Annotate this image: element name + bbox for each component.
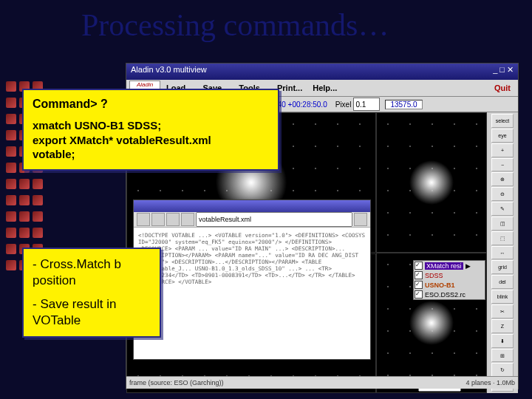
- tool-blink[interactable]: blink: [491, 290, 514, 304]
- tool-crop-icon[interactable]: ✂: [491, 304, 514, 318]
- layer-label: USNO-B1: [425, 282, 455, 289]
- tool-dist[interactable]: ↔: [491, 246, 514, 260]
- command-callout: Command> ? xmatch USNO-B1 SDSS; export X…: [22, 89, 279, 171]
- tool-target[interactable]: ⊕: [491, 172, 514, 186]
- layer-label: ESO.DSS2.rc: [425, 291, 466, 299]
- tool-plus[interactable]: +: [491, 143, 514, 157]
- desc-line: - Cross.Match b: [33, 256, 151, 273]
- tool-multi[interactable]: ⊞: [491, 349, 514, 363]
- layer-checkbox[interactable]: [415, 290, 423, 299]
- forward-icon[interactable]: [151, 213, 165, 226]
- desc-line: position: [33, 273, 151, 289]
- layer-row[interactable]: USNO-B1: [414, 280, 485, 290]
- tool-del[interactable]: del: [491, 275, 514, 289]
- layer-checkbox[interactable]: [415, 271, 423, 279]
- layer-row[interactable]: XMatch resi ▶: [414, 261, 485, 270]
- layer-row[interactable]: ESO.DSS2.rc: [414, 290, 485, 299]
- tool-grid[interactable]: grid: [491, 260, 514, 274]
- titlebar[interactable]: Aladin v3.0 multiview _ □ ✕: [126, 64, 518, 80]
- menu-quit[interactable]: Quit: [490, 83, 515, 92]
- address-input[interactable]: [196, 212, 352, 227]
- xml-viewer-popup: <!DOCTYPE VOTABLE ...> <VOTABLE version=…: [133, 200, 371, 360]
- tool-draw[interactable]: ✎: [491, 202, 514, 216]
- tool-minus[interactable]: −: [491, 158, 514, 172]
- back-icon[interactable]: [137, 213, 150, 226]
- desc-line: - Save result in: [33, 296, 151, 313]
- go-icon[interactable]: [354, 213, 367, 226]
- layer-row[interactable]: SDSS: [414, 270, 485, 280]
- statusbar: frame (source: ESO (Garching)) 4 planes …: [126, 376, 518, 389]
- tool-reload-icon[interactable]: ↻: [491, 363, 514, 377]
- play-icon[interactable]: ▶: [466, 262, 471, 270]
- tool-palette: select eye + − ⊕ ⊖ ✎ ◫ ⬚ ↔ grid del blin…: [487, 112, 518, 393]
- slide-title: Processing commands…: [81, 7, 389, 43]
- pixel-input[interactable]: [353, 98, 380, 111]
- reload-icon[interactable]: [181, 213, 194, 226]
- layer-checkbox[interactable]: [415, 281, 423, 289]
- layer-stack: XMatch resi ▶ SDSS USNO-B1 ESO.DSS2.rc: [413, 260, 485, 300]
- layer-checkbox[interactable]: [415, 262, 423, 270]
- tool-z[interactable]: Z: [491, 319, 514, 333]
- tool-download-icon[interactable]: ⬇: [491, 334, 514, 348]
- popup-titlebar[interactable]: [134, 200, 370, 212]
- sky-thumb-1[interactable]: [376, 112, 487, 253]
- count-readout: 13575.0: [385, 100, 422, 109]
- status-left: frame (source: ESO (Garching)): [129, 379, 224, 386]
- description-callout: - Cross.Match b position - Save result i…: [22, 248, 161, 338]
- window-title: Aladin v3.0 multiview: [131, 65, 207, 78]
- tool-select[interactable]: select: [491, 114, 514, 128]
- cmd-line: xmatch USNO-B1 SDSS;: [33, 118, 269, 133]
- desc-line: VOTable: [33, 313, 151, 329]
- stop-icon[interactable]: [166, 213, 180, 226]
- cmd-line: export XMatch* votableResult.xml: [33, 133, 269, 148]
- menu-help[interactable]: Help...: [308, 83, 341, 92]
- tool-region[interactable]: ⬚: [491, 231, 514, 245]
- status-right: 4 planes · 1.0Mb: [466, 379, 515, 386]
- tool-zoom-out[interactable]: ⊖: [491, 187, 514, 201]
- layer-label: XMatch resi: [425, 262, 463, 270]
- xml-content: <!DOCTYPE VOTABLE ...> <VOTABLE version=…: [134, 228, 370, 358]
- command-prompt: Command> ?: [33, 98, 269, 111]
- popup-toolbar: [134, 212, 370, 228]
- pixel-label: Pixel: [335, 100, 352, 109]
- tool-eye-icon[interactable]: eye: [491, 129, 514, 143]
- window-controls[interactable]: _ □ ✕: [493, 65, 514, 78]
- cmd-line: votable;: [33, 147, 269, 162]
- layer-label: SDSS: [425, 272, 443, 279]
- tool-split[interactable]: ◫: [491, 216, 514, 231]
